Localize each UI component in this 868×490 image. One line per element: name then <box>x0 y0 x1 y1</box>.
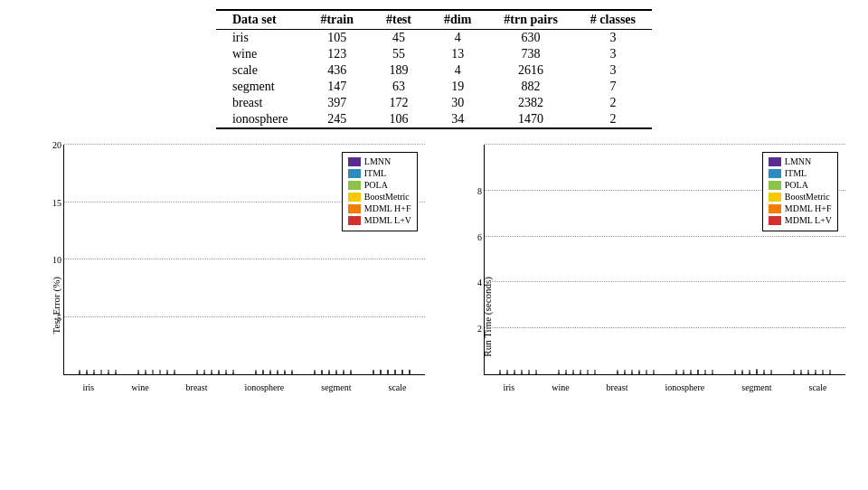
x-axis-label: segment <box>741 382 771 392</box>
data-table: Data set#train#test#dim#trn pairs# class… <box>216 9 652 129</box>
table-row: segment14763198827 <box>216 79 652 95</box>
table-cell: 106 <box>370 111 428 128</box>
error-bar <box>588 373 589 374</box>
error-bar <box>409 370 410 374</box>
table-cell: 630 <box>487 30 574 47</box>
error-bar <box>675 372 676 374</box>
error-bar <box>632 372 633 374</box>
legend-label: MDML H+F <box>785 203 832 213</box>
error-bar <box>559 372 560 374</box>
table-cell: wine <box>216 46 304 62</box>
x-axis-label: ionosphere <box>244 382 284 392</box>
legend-item: MDML H+F <box>769 203 832 213</box>
error-bar <box>697 370 698 374</box>
error-bar <box>373 371 373 374</box>
error-bar <box>197 372 198 374</box>
legend-label: MDML L+V <box>785 215 832 225</box>
legend-label: ITML <box>364 168 386 178</box>
x-axis-label: breast <box>607 382 628 392</box>
error-bar <box>756 369 757 374</box>
error-bar <box>536 373 537 374</box>
legend-label: BoostMetric <box>364 192 410 202</box>
legend-label: POLA <box>785 180 808 190</box>
legend-item: ITML <box>769 168 832 178</box>
error-bar <box>741 372 742 374</box>
error-bar <box>815 372 816 374</box>
legend-color-swatch <box>348 181 361 190</box>
legend-item: BoostMetric <box>348 192 411 202</box>
table-row: scale436189426163 <box>216 62 652 79</box>
error-bar <box>335 372 336 374</box>
error-bar <box>262 371 263 374</box>
error-bar <box>80 372 80 374</box>
legend-color-swatch <box>769 157 781 166</box>
legend-color-swatch <box>348 169 361 178</box>
legend-item: LMNN <box>348 156 411 166</box>
table-cell: 189 <box>370 62 428 79</box>
y-axis-label: 8 <box>477 185 482 195</box>
table-header-cell: #dim <box>428 10 487 30</box>
right-x-labels: iriswinebreastionospheresegmentscale <box>485 382 845 392</box>
error-bar <box>654 373 655 374</box>
table-cell: 738 <box>487 46 574 62</box>
legend-color-swatch <box>348 216 361 225</box>
error-bar <box>269 372 270 374</box>
legend-color-swatch <box>769 193 781 202</box>
error-bar <box>625 372 626 374</box>
y-axis-label: 6 <box>477 231 482 241</box>
charts-section: Test Error (%) 5101520 iriswinebreastion… <box>18 140 850 402</box>
table-cell: iris <box>216 30 304 47</box>
error-bar <box>807 372 808 374</box>
error-bar <box>277 372 278 374</box>
data-table-section: Data set#train#test#dim#trn pairs# class… <box>18 9 850 129</box>
y-axis-label: 10 <box>52 255 61 265</box>
x-axis-label: iris <box>82 382 94 392</box>
x-axis-label: wine <box>552 382 569 392</box>
legend-label: ITML <box>785 168 807 178</box>
table-cell: 2382 <box>487 95 574 111</box>
error-bar <box>116 372 117 374</box>
error-bar <box>580 372 581 374</box>
legend-color-swatch <box>769 169 781 178</box>
legend-item: MDML L+V <box>769 215 832 225</box>
x-axis-label: scale <box>809 382 827 392</box>
error-bar <box>380 370 381 374</box>
table-header-cell: #test <box>370 10 428 30</box>
error-bar <box>618 372 618 374</box>
error-bar <box>704 373 705 374</box>
main-container: Data set#train#test#dim#trn pairs# class… <box>0 0 868 490</box>
table-header-cell: #trn pairs <box>487 10 574 30</box>
error-bar <box>683 372 684 374</box>
y-axis-label: 5 <box>57 312 61 322</box>
table-cell: 436 <box>304 62 370 79</box>
left-chart-legend: LMNNITMLPOLABoostMetricMDML H+FMDML L+V <box>342 152 418 231</box>
table-cell: 7 <box>574 79 652 95</box>
legend-color-swatch <box>769 216 781 225</box>
legend-item: MDML L+V <box>348 215 411 225</box>
table-cell: breast <box>216 95 304 111</box>
error-bar <box>822 373 823 374</box>
error-bar <box>321 371 322 374</box>
error-bar <box>108 372 109 374</box>
table-cell: 882 <box>487 79 574 95</box>
legend-item: POLA <box>348 180 411 190</box>
x-axis-label: wine <box>131 382 148 392</box>
error-bar <box>770 373 771 374</box>
error-bar <box>829 373 830 374</box>
error-bar <box>646 373 647 374</box>
error-bar <box>566 372 567 374</box>
table-header-cell: #train <box>304 10 370 30</box>
table-cell: segment <box>216 79 304 95</box>
error-bar <box>529 373 530 374</box>
legend-item: BoostMetric <box>769 192 832 202</box>
error-bar <box>763 372 764 374</box>
table-cell: 1470 <box>487 111 574 128</box>
error-bar <box>212 372 212 374</box>
table-row: wine12355137383 <box>216 46 652 62</box>
legend-label: LMNN <box>364 156 391 166</box>
error-bar <box>226 372 227 374</box>
x-axis-label: ionosphere <box>665 382 704 392</box>
table-cell: 34 <box>428 111 487 128</box>
table-cell: 245 <box>304 111 370 128</box>
table-body: iris1054546303wine12355137383scale436189… <box>216 30 652 129</box>
